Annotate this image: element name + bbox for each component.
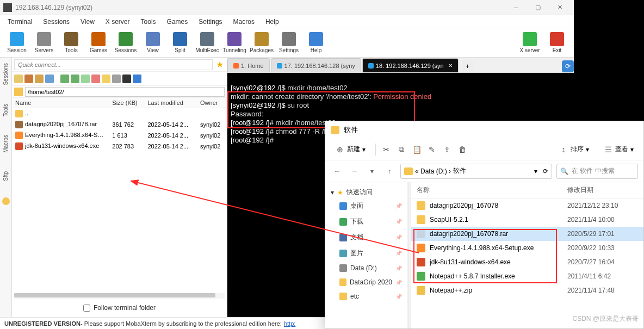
menu-help[interactable]: Help — [260, 17, 284, 27]
search-icon[interactable] — [112, 75, 121, 83]
back-button[interactable]: ← — [331, 165, 344, 178]
col-header[interactable]: Owner — [197, 98, 227, 108]
copy-icon[interactable]: ⧉ — [397, 145, 406, 154]
col-header[interactable]: Name — [12, 98, 109, 108]
delete-icon[interactable]: 🗑 — [457, 145, 467, 154]
refresh-icon[interactable] — [45, 75, 54, 83]
toolbar-settings[interactable]: Settings — [275, 32, 302, 53]
cut-icon[interactable]: ✂ — [381, 145, 391, 154]
session-tab[interactable]: 1. Home — [227, 58, 270, 72]
view-button[interactable]: ☰查看▾ — [599, 142, 638, 157]
toolbar-tunneling[interactable]: Tunneling — [221, 32, 248, 53]
toolbar-exit[interactable]: Exit — [543, 32, 571, 53]
session-tab[interactable]: 17. 192.168.146.128 (syny — [271, 58, 361, 72]
sidebar-item[interactable]: 图片📌 — [329, 245, 404, 261]
toolbar-view[interactable]: View — [139, 32, 166, 53]
grid-icon[interactable] — [133, 75, 141, 83]
toolbar-sessions[interactable]: Sessions — [112, 32, 139, 53]
toolbar-packages[interactable]: Packages — [248, 32, 275, 53]
toolbar-tools[interactable]: Tools — [58, 32, 85, 53]
newfolder-icon[interactable] — [81, 75, 90, 83]
forward-button[interactable]: → — [348, 165, 361, 178]
remote-file-list[interactable]: NameSize (KB)Last modifiedOwner ..datagr… — [12, 98, 227, 292]
sort-button[interactable]: ↕排序▾ — [554, 142, 593, 157]
menu-view[interactable]: View — [75, 17, 100, 27]
file-row[interactable]: datagrip2020pj_167078.rar361 7622022-05-… — [12, 119, 227, 130]
menu-xserver[interactable]: X server — [100, 17, 135, 27]
quick-connect-input[interactable] — [14, 59, 213, 70]
up-button[interactable]: ↑ — [383, 165, 396, 178]
side-tab-sftp[interactable]: Sftp — [3, 169, 9, 183]
search-box[interactable]: 🔍 在 软件 中搜索 — [556, 164, 638, 179]
up-icon[interactable] — [35, 75, 44, 83]
paste-icon[interactable]: 📋 — [412, 145, 422, 154]
download-icon[interactable] — [60, 75, 69, 83]
sidebar-item[interactable]: 下载📌 — [329, 214, 404, 229]
history-chevron-icon[interactable]: ▾ — [366, 165, 379, 178]
menu-tools[interactable]: Tools — [135, 17, 162, 27]
close-button[interactable]: ✕ — [549, 0, 571, 15]
col-date[interactable]: 修改日期 — [567, 185, 638, 195]
share-icon[interactable]: ⇪ — [442, 145, 452, 154]
file-row[interactable]: jdk-8u131-windows-x64.exe202 7832022-05-… — [12, 141, 227, 152]
explorer-file-row[interactable]: SoapUI-5.2.12021/11/4 10:00 — [411, 213, 643, 227]
side-tab-sessions[interactable]: Sessions — [3, 61, 9, 88]
sidebar-item[interactable]: 文档📌 — [329, 229, 404, 245]
col-header[interactable]: Size (KB) — [109, 98, 144, 108]
upload-icon[interactable] — [71, 75, 79, 83]
explorer-file-row[interactable]: jdk-8u131-windows-x64.exe2020/7/27 16:04 — [411, 255, 643, 269]
sidebar-item[interactable]: etc📌 — [329, 289, 404, 303]
path-input[interactable] — [25, 87, 225, 97]
sidebar-item[interactable]: 桌面📌 — [329, 198, 404, 214]
toolbar-multiexec[interactable]: MultiExec — [194, 32, 221, 53]
explorer-file-row[interactable]: Notepad++.zip2021/11/4 17:48 — [411, 283, 643, 297]
toolbar-games[interactable]: Games — [85, 32, 112, 53]
home-icon[interactable] — [24, 75, 33, 83]
servers-icon — [37, 32, 51, 46]
new-button[interactable]: ⊕新建▾ — [331, 142, 370, 157]
col-header[interactable]: Last modified — [144, 98, 197, 108]
explorer-file-list[interactable]: 名称 修改日期 datagrip2020pj_1670782021/12/12 … — [411, 182, 643, 328]
toolbar-help[interactable]: Help — [302, 32, 330, 53]
edit-icon[interactable] — [102, 75, 110, 83]
breadcrumb-current[interactable]: 软件 — [453, 166, 466, 176]
text-icon[interactable] — [122, 75, 131, 83]
follow-checkbox[interactable] — [83, 305, 90, 312]
address-bar[interactable]: « Data (D:) › 软件 ▾ ⟳ — [400, 164, 552, 179]
col-name[interactable]: 名称 — [417, 185, 567, 195]
maximize-button[interactable]: ▢ — [527, 0, 549, 15]
status-link[interactable]: http: — [284, 320, 295, 327]
explorer-file-row[interactable]: datagrip2020pj_167078.rar2020/5/29 17:01 — [411, 227, 643, 241]
sidebar-item[interactable]: Data (D:)📌 — [329, 261, 404, 275]
sidebar-item[interactable]: DataGrip 2020📌 — [329, 275, 404, 289]
refresh-icon[interactable]: ⟳ — [543, 167, 548, 175]
file-row[interactable]: .. — [12, 108, 227, 120]
side-tab-macros[interactable]: Macros — [3, 133, 9, 155]
tab-close-icon[interactable]: ✕ — [448, 63, 453, 69]
toolbar-session[interactable]: Session — [3, 32, 30, 53]
new-tab-button[interactable]: + — [462, 60, 474, 72]
minimize-button[interactable]: ─ — [505, 0, 527, 15]
favorite-icon[interactable]: ★ — [215, 60, 225, 70]
side-tab-tools[interactable]: Tools — [3, 102, 9, 119]
toolbar-servers[interactable]: Servers — [30, 32, 58, 53]
menu-macros[interactable]: Macros — [228, 17, 260, 27]
explorer-file-row[interactable]: datagrip2020pj_1670782021/12/12 23:10 — [411, 198, 643, 213]
menu-games[interactable]: Games — [162, 17, 194, 27]
scrollbar-horizontal[interactable] — [14, 293, 225, 299]
menu-terminal[interactable]: Terminal — [2, 17, 38, 27]
menu-sessions[interactable]: Sessions — [38, 17, 75, 27]
rename-icon[interactable]: ✎ — [427, 145, 437, 154]
menu-settings[interactable]: Settings — [193, 17, 227, 27]
nav-icon[interactable] — [14, 75, 23, 83]
toolbar-x server[interactable]: X server — [516, 32, 543, 53]
refresh-tabs-button[interactable]: ⟳ — [562, 60, 574, 72]
delete-icon[interactable] — [91, 75, 100, 83]
file-row[interactable]: Everything-1.4.1.988.x64-Set...1 6132022… — [12, 130, 227, 141]
session-tab[interactable]: 18. 192.168.146.129 (syn✕ — [362, 58, 459, 72]
explorer-file-row[interactable]: Notepad++ 5.8.7 Installer.exe2011/4/11 6… — [411, 269, 643, 283]
quick-access-group[interactable]: ▾ ★ 快速访问 — [329, 187, 404, 198]
toolbar-split[interactable]: Split — [166, 32, 194, 53]
chevron-down-icon[interactable]: ▾ — [534, 167, 537, 175]
explorer-file-row[interactable]: Everything-1.4.1.988.x64-Setup.exe2020/9… — [411, 241, 643, 255]
